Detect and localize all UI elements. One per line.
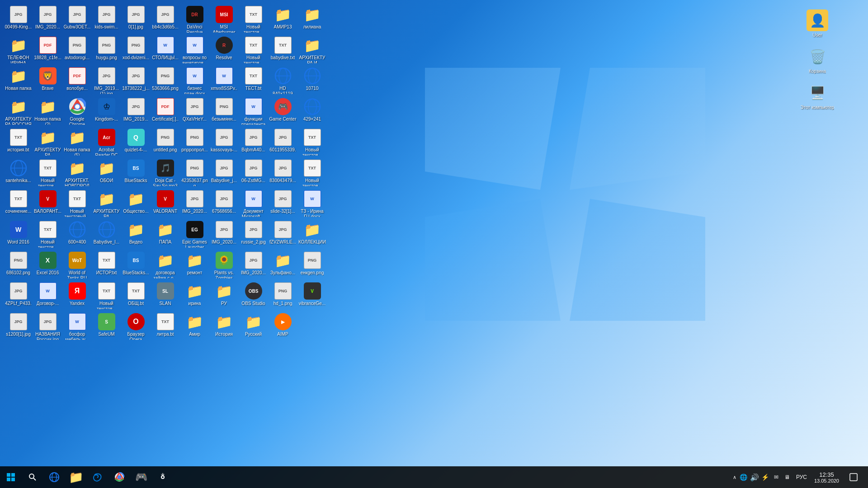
- taskbar-steam[interactable]: 🎮: [130, 466, 152, 488]
- desktop-icon-dogovor[interactable]: 📁договора займа с о...: [151, 249, 180, 280]
- desktop-icon-ARHIT_VLAD[interactable]: 📁АРХИТЕКТУРА ВЛАДИМИР: [33, 127, 62, 157]
- desktop-icon-Certificate[interactable]: PDFCertificate[.]...: [151, 96, 180, 127]
- desktop-icon-5363666[interactable]: PNG5363666.png: [151, 65, 180, 96]
- desktop-icon-Dogovor_R[interactable]: WДоговор-...: [33, 280, 62, 311]
- desktop-icon-RU[interactable]: 📁РУ: [209, 280, 239, 311]
- desktop-icon-0[1][interactable]: JPG0[1].jpg: [121, 4, 151, 34]
- desktop-icon-remont[interactable]: 📁ремонт: [180, 249, 209, 280]
- desktop-icon-VALORANT_ico[interactable]: VVALORANT: [151, 188, 180, 219]
- desktop-icon-IMG_20200_2[interactable]: JPGIMG_2020...: [180, 188, 209, 219]
- desktop-icon-Kingdom[interactable]: ♔Kingdom-...: [92, 96, 121, 127]
- desktop-icon-Noviy5[interactable]: TXTНовый текстов...: [297, 157, 327, 188]
- desktop-icon-IE600[interactable]: 600×400: [62, 219, 92, 249]
- desktop-icon-avtodorogi[interactable]: PNGavtodorogi...: [62, 34, 92, 65]
- desktop-icon-MSI[interactable]: MSIMSI Afterburner: [209, 4, 239, 34]
- desktop-icon-OBSH[interactable]: TXTОБЩ.bt: [121, 280, 151, 311]
- desktop-icon-06-Zst[interactable]: JPG06-ZstMG...: [239, 157, 268, 188]
- desktop-icon-BlueStacks[interactable]: BSBlueStacks: [121, 157, 151, 188]
- desktop-icon-DojaCat[interactable]: 🎵Doja Cat - Say So.mp3: [151, 157, 180, 188]
- desktop-icon-830043479[interactable]: JPG830043479...: [268, 157, 297, 188]
- desktop-icon-DokMicrosoft[interactable]: WДокумент Microsoft ...: [239, 188, 268, 219]
- desktop-icon-bosfor[interactable]: Wбосфор мебель.w...: [62, 311, 92, 342]
- notification-button[interactable]: [843, 466, 864, 488]
- desktop-icon-AcrobatDC[interactable]: AcrAcrobat Reader DC: [92, 127, 121, 157]
- desktop-icon-Word2016[interactable]: WWord 2016: [4, 219, 33, 249]
- desktop-icon-huygu[interactable]: PNGhuygu.png: [92, 34, 121, 65]
- desktop-icon-kids-swim[interactable]: JPGkids-swim...: [92, 4, 121, 34]
- desktop-icon-Babydive_l[interactable]: Babydive_l...: [92, 219, 121, 249]
- desktop-icon-vibranceGe[interactable]: VvibranceGe...: [297, 280, 327, 311]
- desktop-icon-ISTOR[interactable]: TXTИСТОР.txt: [92, 249, 121, 280]
- desktop-icon-ARHIT_SKUL[interactable]: 📁АРХИТЕКТУРА СКУЛЬПТУ...: [92, 188, 121, 219]
- desktop-icon-ARHIT_RUSSIA[interactable]: 📁АРХИТЕКТУРА РОССИЯ И...: [4, 96, 33, 127]
- desktop-icon-IMG_20200_4[interactable]: JPGIMG_2020...: [239, 249, 268, 280]
- desktop-icon-VALORANT[interactable]: VВАЛОРАНТ...: [33, 188, 62, 219]
- desktop-icon-NAZVANIYA[interactable]: JPGНАЗВАНИЯ России.jpg: [33, 311, 62, 342]
- desktop-icon-enkgen[interactable]: PNGенкgen.png: [297, 249, 327, 280]
- desktop-icon-fZVZWRLE[interactable]: JPGfZVZWRLE...: [268, 219, 297, 249]
- desktop-icon-QXaVHeY[interactable]: JPGQXaVHeY...: [180, 96, 209, 127]
- desktop-icon-SafeUM[interactable]: SSafeUM: [92, 311, 121, 342]
- search-button[interactable]: [22, 466, 43, 488]
- desktop-icon-Noviy8[interactable]: TXTНовый текстов...: [92, 280, 121, 311]
- desktop-icon-litra[interactable]: TXTлитра.bt: [151, 311, 180, 342]
- desktop-icon-18738222[interactable]: JPG18738222_j...: [121, 65, 151, 96]
- desktop-icon-4ZPLf[interactable]: JPG4ZPLf_P433...: [4, 280, 33, 311]
- desktop-icon-IMG_20200_3[interactable]: JPGIMG_2020...: [209, 219, 239, 249]
- desktop-icon-Excel2016[interactable]: XExcel 2016: [33, 249, 62, 280]
- desktop-icon-russie2[interactable]: JPGrussie_2.jpg: [239, 219, 268, 249]
- desktop-icon-Video[interactable]: 📁Видео: [121, 219, 151, 249]
- desktop-icon-IMG_20190_2[interactable]: JPGIMG_2019...: [121, 96, 151, 127]
- desktop-icon-DaVinci[interactable]: DRDaVinci Resolve Pro...: [180, 4, 209, 34]
- desktop-icon-IMG_20190_1[interactable]: JPGIMG_2019... (1).jpg: [92, 65, 121, 96]
- desktop-icon-kassovaya[interactable]: JPGkassovaya-...: [209, 127, 239, 157]
- desktop-icon-Noviy3[interactable]: TXTНовый текстов...: [297, 127, 327, 157]
- desktop-icon-67568656[interactable]: JPG67568656...: [209, 188, 239, 219]
- taskbar-chrome[interactable]: [108, 466, 130, 488]
- desktop-icon-User[interactable]: 👤User: [799, 7, 835, 40]
- desktop-icon-00499[interactable]: JPG00499-King...: [4, 4, 33, 34]
- desktop-icon-liliana[interactable]: 📁лилиана: [297, 4, 327, 34]
- desktop-icon-santehnika[interactable]: santehnika...: [4, 157, 33, 188]
- desktop-icon-KOLLEKCII[interactable]: 📁КОЛЛЕКЦИИ...: [297, 219, 327, 249]
- desktop-icon-NovayaP2[interactable]: 📁Новая папка (2): [33, 96, 62, 127]
- clock[interactable]: 12:35 13.05.2020: [811, 466, 843, 488]
- desktop-icon-xmvx8SSPv[interactable]: Wxmvx8SSPv...: [209, 65, 239, 96]
- desktop-icon-s1200[interactable]: JPGs1200[1].jpg: [4, 311, 33, 342]
- desktop-icon-TZ_Irina[interactable]: WТЗ - Ирина ГЦ.docx: [297, 188, 327, 219]
- desktop-icon-untitled[interactable]: PNGuntitled.png: [151, 127, 180, 157]
- desktop-icon-OBSStudio[interactable]: OBSOBS Studio: [239, 280, 268, 311]
- tray-battery[interactable]: ⚡: [760, 472, 771, 483]
- desktop-icon-Noviy6[interactable]: TXTНовый текстовый...: [62, 188, 92, 219]
- desktop-icon-Resolve[interactable]: RResolve: [209, 34, 239, 65]
- desktop-icon-voprosy[interactable]: Wвопросы по анкетиров...: [180, 34, 209, 65]
- desktop-icon-ARHIT1[interactable]: 📁АРХИТЕКТУРА И СКУЛЬП...: [297, 34, 327, 65]
- desktop-icon-Noviy1[interactable]: TXTНовый текстов...: [239, 4, 268, 34]
- desktop-icon-bb4c3d6b5[interactable]: JPGbb4c3d6b5...: [151, 4, 180, 34]
- desktop-icon-SLAN[interactable]: SLSLAN: [151, 280, 180, 311]
- desktop-icon-AIMP[interactable]: ▶AIMP: [268, 311, 297, 342]
- desktop-icon-686102[interactable]: PNG686102.png: [4, 249, 33, 280]
- desktop-icon-AMIR13[interactable]: 📁АМИР13: [268, 4, 297, 34]
- desktop-icon-pnproprol[interactable]: PNGpnpропрол...: [180, 127, 209, 157]
- desktop-icon-bezymyan[interactable]: PNGбезымянн...: [209, 96, 239, 127]
- desktop-icon-Zulfano[interactable]: 📁Зульфано...: [268, 249, 297, 280]
- desktop-icon-BlueStacks_2[interactable]: BSBlueStacks...: [121, 249, 151, 280]
- taskbar-ie[interactable]: [43, 466, 65, 488]
- desktop-icon-Amir[interactable]: 📁Амир: [180, 311, 209, 342]
- desktop-icon-HD840[interactable]: HD 840×1119: [268, 65, 297, 96]
- desktop-icon-NovayaP5[interactable]: 📁Новая папка (5): [62, 127, 92, 157]
- desktop-icon-volobye[interactable]: PDFволобуе...: [62, 65, 92, 96]
- desktop-icon-quizlet[interactable]: Qquizlet-4-...: [121, 127, 151, 157]
- desktop-icon-Yandex[interactable]: ЯYandex: [62, 280, 92, 311]
- tray-message[interactable]: ✉: [771, 472, 782, 483]
- start-button[interactable]: [0, 466, 22, 488]
- desktop-icon-Babydive_j[interactable]: JPGBabydive_j...: [209, 157, 239, 188]
- desktop-icon-EpicGames[interactable]: EGEpic Games Launcher: [180, 219, 209, 249]
- desktop-icon-IE1[interactable]: 429×241: [297, 96, 327, 127]
- desktop-icon-IMG_20200[interactable]: JPGIMG_2020...: [33, 4, 62, 34]
- taskbar-explorer[interactable]: 📁: [65, 466, 87, 488]
- desktop-icon-Noviy4[interactable]: TXTНовый текстов...: [33, 157, 62, 188]
- desktop-icon-funkcii[interactable]: Wфункции президента: [239, 96, 268, 127]
- tray-speaker[interactable]: 🔊: [749, 472, 760, 483]
